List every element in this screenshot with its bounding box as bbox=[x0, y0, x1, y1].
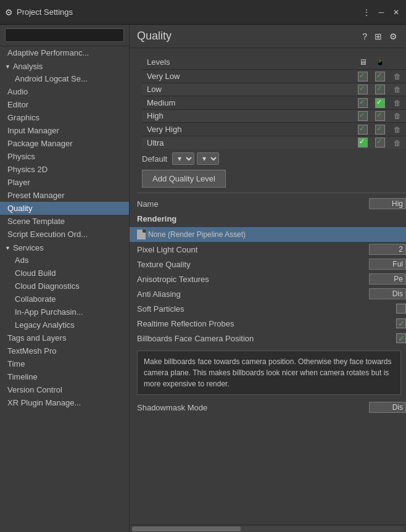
sidebar-item-tags-layers[interactable]: Tags and Layers bbox=[0, 331, 129, 344]
sidebar-item-label: Collaborate bbox=[15, 294, 56, 304]
level-name: Very Low bbox=[142, 70, 354, 83]
trash-icon[interactable]: 🗑 bbox=[394, 125, 401, 134]
default-pc-select[interactable]: ▾ bbox=[172, 152, 194, 165]
content-header: Quality ? ⊞ ⚙ bbox=[130, 25, 406, 48]
sidebar-item-preset-manager[interactable]: Preset Manager bbox=[0, 189, 129, 202]
sidebar-item-label: Time bbox=[7, 359, 25, 368]
texture-quality-value[interactable]: Ful bbox=[369, 259, 406, 270]
sidebar-item-time[interactable]: Time bbox=[0, 357, 129, 370]
window-title: Project Settings bbox=[17, 7, 73, 17]
sidebar-item-scene-template[interactable]: Scene Template bbox=[0, 215, 129, 228]
anti-aliasing-row: Anti Aliasing Dis bbox=[137, 286, 406, 301]
level-name: Medium bbox=[142, 96, 354, 110]
delete-level-cell: 🗑 bbox=[389, 96, 406, 110]
sidebar-section-services[interactable]: ▼Services bbox=[0, 241, 129, 254]
reflection-probes-checkbox[interactable]: ✓ bbox=[396, 318, 406, 328]
anisotropic-textures-row: Anisotropic Textures Pe bbox=[137, 272, 406, 286]
sidebar-section-label: Services bbox=[13, 243, 44, 252]
pc-checkbox[interactable] bbox=[358, 125, 368, 135]
search-input[interactable] bbox=[5, 28, 124, 42]
pc-checkbox[interactable] bbox=[358, 72, 368, 81]
sidebar-item-cloud-build[interactable]: Cloud Build bbox=[0, 267, 129, 280]
page-title: Quality bbox=[137, 30, 361, 43]
mobile-checkbox[interactable] bbox=[375, 125, 385, 135]
anti-aliasing-value[interactable]: Dis bbox=[369, 288, 406, 299]
sidebar-item-timeline[interactable]: Timeline bbox=[0, 370, 129, 383]
help-icon-button[interactable]: ? bbox=[361, 30, 368, 43]
level-name: Ultra bbox=[142, 136, 354, 149]
sidebar-item-input-manager[interactable]: Input Manager bbox=[0, 124, 129, 137]
default-mobile-select[interactable]: ▾ bbox=[197, 152, 219, 165]
sidebar-item-physics[interactable]: Physics bbox=[0, 150, 129, 163]
pc-checkbox[interactable] bbox=[358, 111, 368, 121]
sidebar-item-xr-plugin[interactable]: XR Plugin Manage... bbox=[0, 396, 129, 409]
billboards-checkbox[interactable]: ✓ bbox=[396, 333, 406, 343]
trash-icon[interactable]: 🗑 bbox=[394, 72, 401, 81]
horizontal-scrollbar[interactable] bbox=[130, 525, 406, 532]
sidebar-item-label: Cloud Diagnostics bbox=[15, 281, 80, 291]
table-row: Medium🗑 bbox=[142, 96, 406, 110]
level-name: Low bbox=[142, 83, 354, 96]
sidebar-item-editor[interactable]: Editor bbox=[0, 98, 129, 111]
sidebar-item-package-manager[interactable]: Package Manager bbox=[0, 137, 129, 150]
mobile-checkbox[interactable] bbox=[375, 98, 385, 108]
sidebar-item-label: Audio bbox=[7, 87, 28, 96]
soft-particles-label: Soft Particles bbox=[137, 304, 396, 314]
sidebar-item-textmesh[interactable]: TextMesh Pro bbox=[0, 344, 129, 357]
sidebar-item-physics2d[interactable]: Physics 2D bbox=[0, 163, 129, 176]
mobile-checkbox-cell bbox=[371, 123, 389, 136]
shadowmask-row: Shadowmask Mode Dis bbox=[137, 400, 406, 415]
sidebar-item-adaptive[interactable]: Adaptive Performanc... bbox=[0, 46, 129, 59]
mobile-checkbox[interactable] bbox=[375, 138, 385, 148]
levels-table: Levels 🖥 📱 Very Low🗑Low🗑Medium🗑High🗑Very… bbox=[142, 56, 406, 149]
delete-col-header bbox=[389, 56, 406, 70]
pixel-light-count-value[interactable]: 2 bbox=[369, 244, 406, 255]
sidebar-item-player[interactable]: Player bbox=[0, 176, 129, 189]
menu-button[interactable]: ⋮ bbox=[362, 7, 371, 17]
add-quality-level-button[interactable]: Add Quality Level bbox=[142, 170, 226, 188]
sidebar-item-cloud-diag[interactable]: Cloud Diagnostics bbox=[0, 280, 129, 293]
trash-icon[interactable]: 🗑 bbox=[394, 139, 401, 148]
pc-checkbox-cell bbox=[354, 136, 371, 149]
anisotropic-textures-value[interactable]: Pe bbox=[369, 273, 406, 285]
shadowmask-value[interactable]: Dis bbox=[369, 402, 406, 413]
levels-section: Levels 🖥 📱 Very Low🗑Low🗑Medium🗑High🗑Very… bbox=[137, 56, 406, 188]
sidebar-item-in-app[interactable]: In-App Purchasin... bbox=[0, 305, 129, 318]
layout-icon-button[interactable]: ⊞ bbox=[373, 30, 383, 43]
sidebar-section-analysis[interactable]: ▼Analysis bbox=[0, 59, 129, 72]
trash-icon[interactable]: 🗑 bbox=[394, 99, 401, 107]
trash-icon[interactable]: 🗑 bbox=[394, 112, 401, 120]
sidebar-item-script-exec[interactable]: Script Execution Ord... bbox=[0, 228, 129, 241]
close-button[interactable]: ✕ bbox=[391, 7, 401, 17]
gear-icon-button[interactable]: ⚙ bbox=[388, 30, 399, 43]
pc-checkbox[interactable] bbox=[358, 138, 368, 148]
sidebar-item-label: Android Logcat Se... bbox=[15, 74, 88, 83]
minimize-button[interactable]: ─ bbox=[376, 7, 386, 17]
sidebar-item-label: Timeline bbox=[7, 372, 38, 381]
sidebar-item-version-control[interactable]: Version Control bbox=[0, 383, 129, 396]
trash-icon[interactable]: 🗑 bbox=[394, 85, 401, 94]
sidebar-item-ads[interactable]: Ads bbox=[0, 254, 129, 267]
sidebar-item-audio[interactable]: Audio bbox=[0, 85, 129, 98]
table-row: Ultra🗑 bbox=[142, 136, 406, 149]
sidebar-item-collaborate[interactable]: Collaborate bbox=[0, 293, 129, 305]
shadowmask-label: Shadowmask Mode bbox=[137, 403, 369, 412]
h-scroll-thumb[interactable] bbox=[132, 526, 241, 531]
sidebar-item-quality[interactable]: Quality bbox=[0, 202, 129, 215]
anisotropic-textures-label: Anisotropic Textures bbox=[137, 275, 369, 284]
sidebar-item-label: Tags and Layers bbox=[7, 333, 66, 343]
soft-particles-checkbox[interactable] bbox=[396, 304, 406, 314]
chevron-down-icon: ▼ bbox=[5, 245, 10, 251]
pc-checkbox[interactable] bbox=[358, 85, 368, 94]
mobile-checkbox[interactable] bbox=[375, 72, 385, 81]
mobile-checkbox[interactable] bbox=[375, 111, 385, 121]
pixel-light-count-label: Pixel Light Count bbox=[137, 245, 369, 254]
pc-checkbox[interactable] bbox=[358, 98, 368, 108]
sidebar-item-graphics[interactable]: Graphics bbox=[0, 111, 129, 124]
mobile-checkbox[interactable] bbox=[375, 85, 385, 94]
pipeline-value[interactable]: None (Render Pipeline Asset) bbox=[137, 230, 246, 239]
sidebar-item-legacy-analytics[interactable]: Legacy Analytics bbox=[0, 318, 129, 331]
sidebar-item-android-logcat[interactable]: Android Logcat Se... bbox=[0, 72, 129, 85]
soft-particles-row: Soft Particles bbox=[137, 301, 406, 316]
mobile-checkbox-cell bbox=[371, 83, 389, 96]
